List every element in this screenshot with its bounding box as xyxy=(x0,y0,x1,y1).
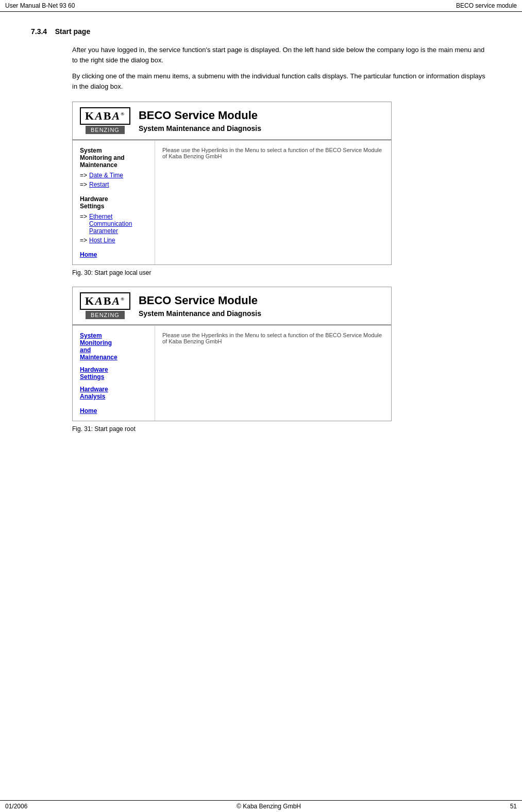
kaba-logo-30: KABA® BENZING xyxy=(80,107,130,134)
sidebar-item-datetime-30: => Date & Time xyxy=(80,172,147,179)
arrow-datetime-30: => xyxy=(80,172,87,179)
link-ethernet-30[interactable]: EthernetCommunicationParameter xyxy=(89,213,132,235)
beco-body-31: System Monitoring and Maintenance Hardwa… xyxy=(73,325,391,421)
kaba-benzing-30: BENZING xyxy=(86,126,125,134)
beco-title-main-30: BECO Service Module xyxy=(139,109,261,122)
link-hwanalysis-31[interactable]: Hardware Analysis xyxy=(80,386,108,400)
beco-header-31: KABA® BENZING BECO Service Module System… xyxy=(73,287,391,325)
arrow-ethernet-30: => xyxy=(80,213,87,220)
sidebar-item-restart-30: => Restart xyxy=(80,181,147,188)
footer-left: 01/2006 xyxy=(5,803,27,810)
section-title: Start page xyxy=(55,27,90,36)
sidebar-item-sysmon-31: System Monitoring and Maintenance xyxy=(80,332,147,361)
sidebar-section2-title-30: HardwareSettings xyxy=(80,195,147,210)
beco-sidebar-30: SystemMonitoring andMaintenance => Date … xyxy=(73,141,155,264)
beco-title-block-30: BECO Service Module System Maintenance a… xyxy=(139,109,261,132)
link-sysmon-31[interactable]: System Monitoring and Maintenance xyxy=(80,332,117,361)
kaba-registered-30: ® xyxy=(121,111,125,117)
header-right: BECO service module xyxy=(456,2,517,9)
beco-main-text-31: Please use the Hyperlinks in the Menu to… xyxy=(162,332,382,344)
kaba-wordmark-31: KABA xyxy=(85,294,121,307)
beco-title-sub-31: System Maintenance and Diagnosis xyxy=(139,309,261,318)
sidebar-section1-title-30: SystemMonitoring andMaintenance xyxy=(80,147,147,169)
beco-title-main-31: BECO Service Module xyxy=(139,294,261,307)
link-home-31[interactable]: Home xyxy=(80,407,147,415)
figure-30: KABA® BENZING BECO Service Module System… xyxy=(72,102,392,265)
beco-main-31: Please use the Hyperlinks in the Menu to… xyxy=(155,326,391,421)
sidebar-item-hwsettings-31: Hardware Settings xyxy=(80,366,147,380)
beco-body-30: SystemMonitoring andMaintenance => Date … xyxy=(73,140,391,264)
kaba-registered-31: ® xyxy=(121,296,125,302)
fig31-caption: Fig. 31: Start page root xyxy=(72,425,491,433)
kaba-wordmark-30: KABA xyxy=(85,109,121,122)
fig30-caption: Fig. 30: Start page local user xyxy=(72,269,491,276)
page-footer: 01/2006 © Kaba Benzing GmbH 51 xyxy=(0,800,522,812)
footer-right: 51 xyxy=(510,803,517,810)
sidebar-item-ethernet-30: => EthernetCommunicationParameter xyxy=(80,213,147,235)
figure-31: KABA® BENZING BECO Service Module System… xyxy=(72,287,392,421)
page-header: User Manual B-Net 93 60 BECO service mod… xyxy=(0,0,522,12)
body-para-1: After you have logged in, the service fu… xyxy=(72,45,491,65)
arrow-restart-30: => xyxy=(80,181,87,188)
sidebar-item-hostline-30: => Host Line xyxy=(80,237,147,244)
header-left: User Manual B-Net 93 60 xyxy=(5,2,75,9)
page-content: 7.3.4 Start page After you have logged i… xyxy=(0,12,522,458)
kaba-logo-top-30: KABA® xyxy=(80,107,130,125)
beco-main-text-30: Please use the Hyperlinks in the Menu to… xyxy=(162,147,382,159)
beco-title-sub-30: System Maintenance and Diagnosis xyxy=(139,124,261,132)
beco-main-30: Please use the Hyperlinks in the Menu to… xyxy=(155,141,391,264)
kaba-logo-top-31: KABA® xyxy=(80,292,130,310)
link-home-30[interactable]: Home xyxy=(80,251,147,258)
body-para-2: By clicking one of the main menu items, … xyxy=(72,71,491,91)
link-hostline-30[interactable]: Host Line xyxy=(89,237,115,244)
section-number: 7.3.4 xyxy=(31,27,47,36)
beco-header-30: KABA® BENZING BECO Service Module System… xyxy=(73,102,391,140)
section-heading: 7.3.4 Start page xyxy=(31,27,491,36)
beco-title-block-31: BECO Service Module System Maintenance a… xyxy=(139,294,261,318)
beco-sidebar-31: System Monitoring and Maintenance Hardwa… xyxy=(73,326,155,421)
arrow-hostline-30: => xyxy=(80,237,87,244)
sidebar-item-hwanalysis-31: Hardware Analysis xyxy=(80,386,147,400)
link-hwsettings-31[interactable]: Hardware Settings xyxy=(80,366,108,380)
kaba-logo-31: KABA® BENZING xyxy=(80,292,130,319)
link-restart-30[interactable]: Restart xyxy=(89,181,109,188)
footer-center: © Kaba Benzing GmbH xyxy=(237,803,301,810)
kaba-benzing-31: BENZING xyxy=(86,311,125,319)
link-datetime-30[interactable]: Date & Time xyxy=(89,172,123,179)
